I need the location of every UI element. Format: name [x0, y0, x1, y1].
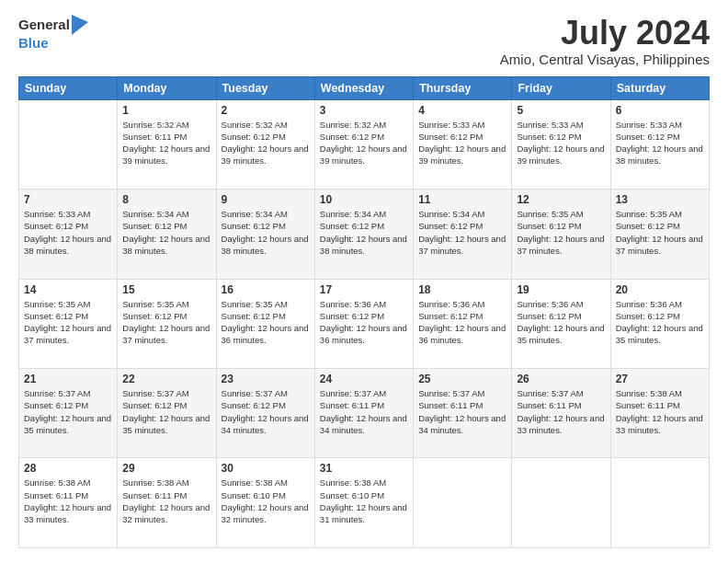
sunrise: Sunrise: 5:36 AM — [320, 299, 386, 309]
day-number: 16 — [222, 283, 310, 296]
daylight: Daylight: 12 hours and 37 minutes. — [122, 323, 210, 345]
day-info: Sunrise: 5:38 AMSunset: 6:11 PMDaylight:… — [122, 477, 210, 525]
table-row: 12Sunrise: 5:35 AMSunset: 6:12 PMDayligh… — [512, 190, 610, 279]
sunrise: Sunrise: 5:38 AM — [320, 477, 386, 488]
daylight: Daylight: 12 hours and 35 minutes. — [122, 413, 210, 435]
table-row: 14Sunrise: 5:35 AMSunset: 6:12 PMDayligh… — [19, 279, 118, 368]
logo: General Blue — [18, 15, 88, 52]
table-row — [414, 458, 512, 548]
day-info: Sunrise: 5:37 AMSunset: 6:12 PMDaylight:… — [24, 387, 112, 436]
day-number: 13 — [616, 193, 704, 206]
table-row: 19Sunrise: 5:36 AMSunset: 6:12 PMDayligh… — [512, 279, 610, 368]
table-row: 24Sunrise: 5:37 AMSunset: 6:11 PMDayligh… — [314, 369, 413, 458]
sunset: Sunset: 6:12 PM — [24, 311, 88, 321]
day-info: Sunrise: 5:34 AMSunset: 6:12 PMDaylight:… — [222, 208, 310, 257]
col-saturday: Saturday — [610, 76, 709, 99]
day-info: Sunrise: 5:37 AMSunset: 6:11 PMDaylight:… — [418, 387, 506, 436]
day-number: 6 — [616, 104, 704, 117]
daylight: Daylight: 12 hours and 39 minutes. — [122, 144, 210, 166]
sunset: Sunset: 6:12 PM — [24, 221, 88, 231]
calendar-week-3: 14Sunrise: 5:35 AMSunset: 6:12 PMDayligh… — [19, 279, 710, 368]
day-number: 25 — [418, 373, 506, 385]
sunset: Sunset: 6:11 PM — [320, 400, 384, 410]
sunrise: Sunrise: 5:33 AM — [616, 120, 682, 130]
calendar-week-2: 7Sunrise: 5:33 AMSunset: 6:12 PMDaylight… — [19, 190, 710, 279]
sunset: Sunset: 6:12 PM — [418, 221, 483, 231]
day-number: 21 — [24, 373, 112, 385]
sunset: Sunset: 6:11 PM — [616, 400, 680, 410]
table-row — [512, 458, 610, 548]
daylight: Daylight: 12 hours and 36 minutes. — [320, 323, 407, 345]
sunset: Sunset: 6:12 PM — [517, 311, 581, 321]
day-number: 10 — [320, 193, 408, 206]
svg-marker-0 — [72, 15, 88, 35]
sunset: Sunset: 6:11 PM — [418, 400, 483, 410]
daylight: Daylight: 12 hours and 33 minutes. — [616, 413, 703, 435]
daylight: Daylight: 12 hours and 33 minutes. — [517, 413, 604, 435]
day-number: 31 — [320, 462, 408, 475]
col-sunday: Sunday — [19, 76, 118, 99]
daylight: Daylight: 12 hours and 37 minutes. — [517, 234, 604, 256]
sunrise: Sunrise: 5:38 AM — [616, 388, 682, 398]
day-info: Sunrise: 5:34 AMSunset: 6:12 PMDaylight:… — [418, 208, 506, 257]
table-row: 3Sunrise: 5:32 AMSunset: 6:12 PMDaylight… — [314, 99, 413, 189]
sunset: Sunset: 6:11 PM — [517, 400, 581, 410]
sunrise: Sunrise: 5:36 AM — [418, 299, 484, 309]
sunrise: Sunrise: 5:32 AM — [222, 120, 288, 130]
day-number: 28 — [24, 462, 112, 475]
daylight: Daylight: 12 hours and 38 minutes. — [222, 234, 309, 256]
day-info: Sunrise: 5:32 AMSunset: 6:11 PMDaylight:… — [122, 119, 210, 167]
table-row: 9Sunrise: 5:34 AMSunset: 6:12 PMDaylight… — [216, 190, 314, 279]
table-row: 26Sunrise: 5:37 AMSunset: 6:11 PMDayligh… — [512, 369, 610, 458]
logo-general: General — [18, 17, 70, 33]
day-number: 30 — [222, 462, 310, 475]
day-number: 22 — [122, 373, 210, 385]
day-info: Sunrise: 5:36 AMSunset: 6:12 PMDaylight:… — [517, 298, 605, 347]
sunset: Sunset: 6:12 PM — [418, 132, 483, 142]
day-number: 19 — [517, 283, 605, 296]
sunset: Sunset: 6:12 PM — [320, 132, 384, 142]
day-info: Sunrise: 5:33 AMSunset: 6:12 PMDaylight:… — [517, 119, 605, 167]
day-info: Sunrise: 5:38 AMSunset: 6:10 PMDaylight:… — [320, 477, 408, 525]
day-info: Sunrise: 5:32 AMSunset: 6:12 PMDaylight:… — [320, 119, 408, 167]
day-number: 17 — [320, 283, 408, 296]
table-row: 29Sunrise: 5:38 AMSunset: 6:11 PMDayligh… — [118, 458, 216, 548]
table-row: 8Sunrise: 5:34 AMSunset: 6:12 PMDaylight… — [118, 190, 216, 279]
day-info: Sunrise: 5:37 AMSunset: 6:12 PMDaylight:… — [122, 387, 210, 436]
day-info: Sunrise: 5:35 AMSunset: 6:12 PMDaylight:… — [122, 298, 210, 347]
sunset: Sunset: 6:12 PM — [222, 311, 286, 321]
day-info: Sunrise: 5:34 AMSunset: 6:12 PMDaylight:… — [122, 208, 210, 257]
daylight: Daylight: 12 hours and 34 minutes. — [320, 413, 407, 435]
sunrise: Sunrise: 5:32 AM — [122, 120, 188, 130]
sunset: Sunset: 6:12 PM — [320, 311, 384, 321]
title-section: July 2024 Amio, Central Visayas, Philipp… — [500, 15, 710, 67]
table-row: 15Sunrise: 5:35 AMSunset: 6:12 PMDayligh… — [118, 279, 216, 368]
sunrise: Sunrise: 5:33 AM — [24, 209, 90, 219]
table-row: 27Sunrise: 5:38 AMSunset: 6:11 PMDayligh… — [610, 369, 709, 458]
table-row — [19, 99, 118, 189]
day-number: 23 — [222, 373, 310, 385]
sunrise: Sunrise: 5:34 AM — [418, 209, 484, 219]
sunset: Sunset: 6:12 PM — [24, 400, 88, 410]
main-title: July 2024 — [500, 15, 710, 52]
day-number: 18 — [418, 283, 506, 296]
table-row: 28Sunrise: 5:38 AMSunset: 6:11 PMDayligh… — [19, 458, 118, 548]
daylight: Daylight: 12 hours and 39 minutes. — [320, 144, 407, 166]
calendar-week-1: 1Sunrise: 5:32 AMSunset: 6:11 PMDaylight… — [19, 99, 710, 189]
sunrise: Sunrise: 5:38 AM — [24, 477, 90, 488]
sunset: Sunset: 6:12 PM — [320, 221, 384, 231]
sunset: Sunset: 6:12 PM — [418, 311, 483, 321]
col-thursday: Thursday — [414, 76, 512, 99]
sunrise: Sunrise: 5:32 AM — [320, 120, 386, 130]
table-row: 31Sunrise: 5:38 AMSunset: 6:10 PMDayligh… — [314, 458, 413, 548]
header: General Blue July 2024 Amio, Central Vis… — [18, 15, 710, 67]
sunrise: Sunrise: 5:33 AM — [517, 120, 583, 130]
table-row: 18Sunrise: 5:36 AMSunset: 6:12 PMDayligh… — [414, 279, 512, 368]
sunrise: Sunrise: 5:35 AM — [616, 209, 682, 219]
day-info: Sunrise: 5:36 AMSunset: 6:12 PMDaylight:… — [320, 298, 408, 347]
day-number: 7 — [24, 193, 112, 206]
sunrise: Sunrise: 5:38 AM — [222, 477, 288, 488]
sunrise: Sunrise: 5:35 AM — [222, 299, 288, 309]
sunrise: Sunrise: 5:37 AM — [24, 388, 90, 398]
sunset: Sunset: 6:10 PM — [320, 490, 384, 500]
